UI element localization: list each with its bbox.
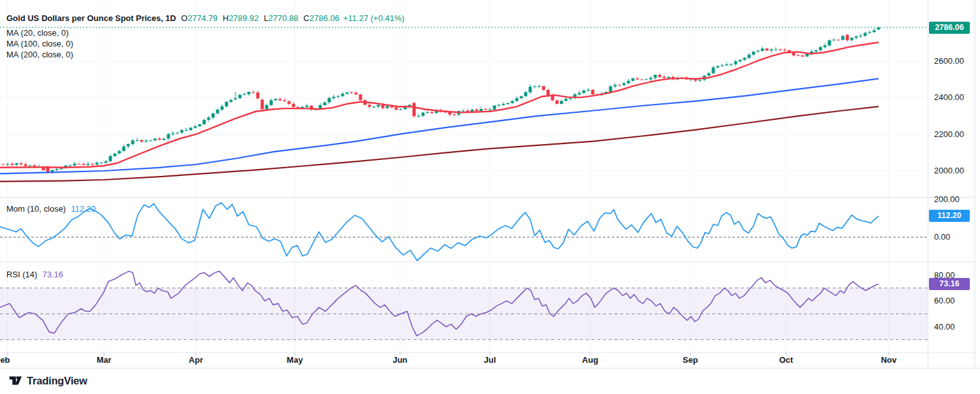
price-tick-label: 2400.00 [934,93,964,102]
tradingview-logo-text: TradingView [27,375,87,387]
ohlc-low: L2770.88 [264,13,298,23]
month-label-aug: Aug [582,355,598,365]
momentum-tick-label: 200.00 [934,195,960,204]
rsi-tick-label: 60.00 [934,296,955,305]
momentum-value: 112.20 [71,204,96,214]
tradingview-logo[interactable]: TradingView [8,374,87,388]
month-label-apr: Apr [189,355,203,365]
ohlc-close: C2786.06 [304,13,339,23]
momentum-pane[interactable] [0,198,928,261]
symbol-title: Gold US Dollars per Ounce Spot Prices, 1… [6,13,176,23]
month-label-sep: Sep [683,355,698,365]
time-scale[interactable]: FebMarAprMayJunJulAugSepOctNov [0,353,975,368]
rsi-legend-row[interactable]: RSI (14)73.16 [6,270,63,279]
price-tick-label: 2200.00 [934,130,964,139]
symbol-legend-row[interactable]: Gold US Dollars per Ounce Spot Prices, 1… [6,13,405,23]
tradingview-logo-icon [8,374,22,388]
legend-ma100[interactable]: MA (100, close, 0) [6,39,73,48]
month-label-nov: Nov [881,355,897,365]
momentum-value-badge: 112.20 [929,210,970,222]
rsi-value-badge: 73.16 [929,278,970,290]
price-change: +11.27 (+0.41%) [343,13,405,23]
momentum-legend-row[interactable]: Mom (10, close)112.20 [6,204,96,214]
ohlc-high: H2789.92 [223,13,258,23]
chart-root: { "header": { "title": "Gold US Dollars … [0,0,980,394]
rsi-label: RSI (14) [6,270,37,279]
rsi-tick-label: 40.00 [934,323,955,332]
legend-ma200[interactable]: MA (200, close, 0) [6,50,73,59]
legend-ma20[interactable]: MA (20, close, 0) [6,28,69,38]
main-price-pane[interactable] [0,0,928,197]
last-price-badge: 2786.06 [929,22,970,34]
price-scale[interactable]: 2786.06 112.20 73.16 2600.002400.002200.… [928,0,975,353]
month-label-jul: Jul [484,355,496,365]
month-label-may: May [286,355,302,365]
momentum-tick-label: 0.00 [934,233,950,242]
month-label-feb: Feb [0,355,10,365]
ohlc-open: O2774.79 [181,13,218,23]
rsi-value: 73.16 [42,270,63,279]
month-label-oct: Oct [779,355,793,365]
month-label-jun: Jun [392,355,407,365]
month-label-mar: Mar [96,355,111,365]
price-tick-label: 2000.00 [934,166,964,175]
rsi-pane[interactable] [0,263,928,353]
momentum-label: Mom (10, close) [6,204,66,214]
price-tick-label: 2600.00 [934,57,964,66]
